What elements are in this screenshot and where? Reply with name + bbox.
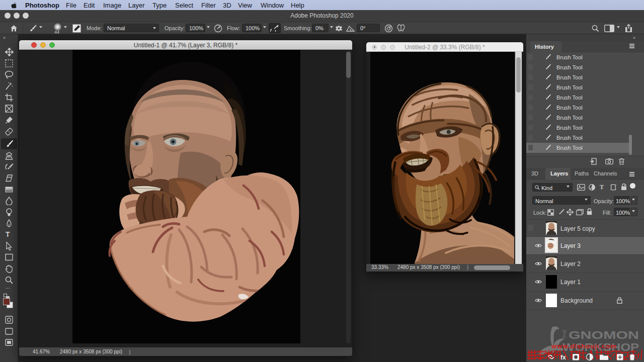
svg-text:GNOMON: GNOMON	[569, 329, 639, 341]
svg-text:fx: fx	[560, 354, 566, 361]
svg-text:THE: THE	[562, 329, 567, 338]
